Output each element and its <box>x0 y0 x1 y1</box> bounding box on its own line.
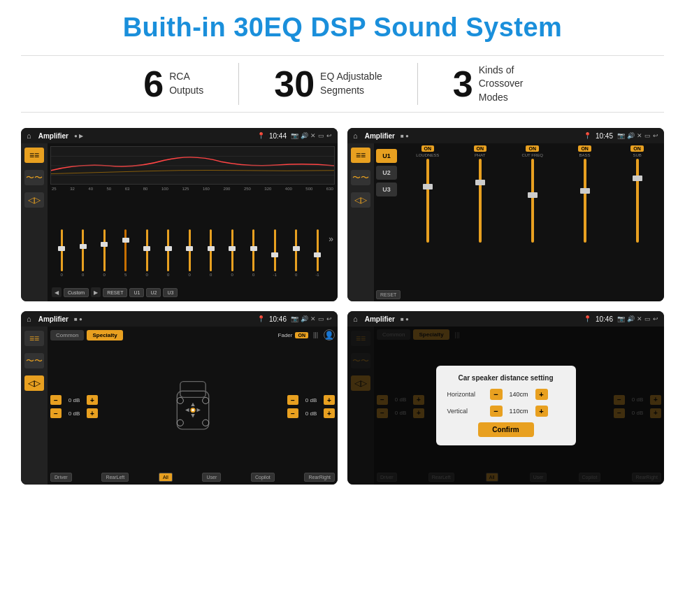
zone-driver-btn[interactable]: Driver <box>50 473 72 482</box>
db-plus-4[interactable]: + <box>324 408 335 418</box>
eq-slider-4[interactable]: 5 <box>115 229 135 285</box>
horizontal-plus-btn[interactable]: + <box>535 389 548 400</box>
db-row-2: − 0 dB + <box>50 408 98 418</box>
crossover-panel-icon-3[interactable]: ◁▷ <box>351 192 370 208</box>
eq-slider-13[interactable]: -1 <box>308 229 327 285</box>
eq-panel-icon-1[interactable]: ≡≡ <box>24 148 44 163</box>
eq-slider-3[interactable]: 0 <box>94 229 114 285</box>
svg-marker-12 <box>191 414 194 417</box>
eq-slider-9[interactable]: 0 <box>222 229 242 285</box>
eq-time: 10:44 <box>269 132 287 140</box>
eq-reset-btn[interactable]: RESET <box>103 288 127 297</box>
bass-label: BASS <box>579 153 591 157</box>
eq-custom-btn[interactable]: Custom <box>64 288 89 297</box>
vertical-label: Vertical <box>447 408 486 415</box>
db-plus-3[interactable]: + <box>324 395 335 405</box>
crossover-home-icon[interactable]: ⌂ <box>353 131 358 140</box>
vertical-minus-btn[interactable]: − <box>490 406 503 417</box>
eq-u2-btn[interactable]: U2 <box>146 288 161 297</box>
db-minus-3[interactable]: − <box>287 395 298 405</box>
common-tab[interactable]: Common <box>50 330 84 341</box>
cutfreq-slider[interactable] <box>531 159 534 243</box>
fader-home-icon[interactable]: ⌂ <box>27 315 31 323</box>
eq-freq-labels: 2532405063 80100125160200 25032040050063… <box>50 187 335 191</box>
dialog-status-icons: 📷 🔊 ✕ ▭ ↩ <box>617 315 658 322</box>
u2-select-btn[interactable]: U2 <box>376 166 397 180</box>
crossover-reset-btn[interactable]: RESET <box>376 290 401 299</box>
fader-location-icon: 📍 <box>257 315 265 322</box>
confirm-button[interactable]: Confirm <box>478 422 534 437</box>
eq-slider-10[interactable]: 0 <box>243 229 263 285</box>
fader-dots: ■ ● <box>74 316 82 322</box>
crossover-volume-icon: 🔊 <box>627 132 635 139</box>
db-minus-4[interactable]: − <box>287 408 298 418</box>
crossover-panel-icon-2[interactable]: 〜〜 <box>351 170 370 185</box>
fader-panel-icon-3[interactable]: ◁▷ <box>24 375 44 391</box>
crossover-status-bar: ⌂ Amplifier ■ ● 📍 10:45 📷 🔊 ✕ ▭ ↩ <box>347 128 664 143</box>
fader-main-area: Common Specialty Fader ON ||| 👤 − 0 dB <box>48 327 338 485</box>
battery-icon: ▭ <box>318 132 324 139</box>
eq-panel-icon-2[interactable]: 〜〜 <box>24 170 44 185</box>
eq-status-icons: 📷 🔊 ✕ ▭ ↩ <box>291 132 332 139</box>
loudness-on-badge: ON <box>421 145 435 152</box>
cv-loudness: ON LOUDNESS <box>403 145 452 299</box>
dialog-status-bar: ⌂ Amplifier ■ ● 📍 10:46 📷 🔊 ✕ ▭ ↩ <box>347 311 664 327</box>
phat-slider[interactable] <box>479 159 482 243</box>
bass-on-badge: ON <box>578 145 591 152</box>
db-plus-1[interactable]: + <box>87 395 98 405</box>
eq-slider-6[interactable]: 0 <box>158 229 178 285</box>
db-minus-2[interactable]: − <box>50 408 62 418</box>
stat-crossover: 3 Kinds of Crossover Modes <box>418 64 577 105</box>
dialog-title: Car speaker distance setting <box>447 374 565 382</box>
eq-u1-btn[interactable]: U1 <box>129 288 144 297</box>
eq-slider-11[interactable]: -1 <box>265 229 284 285</box>
eq-slider-2[interactable]: 0 <box>73 229 92 285</box>
stat-desc-rca: RCA Outputs <box>169 70 203 97</box>
db-row-4: − 0 dB + <box>287 408 335 418</box>
horizontal-minus-btn[interactable]: − <box>490 389 503 400</box>
vertical-plus-btn[interactable]: + <box>535 406 548 417</box>
stat-number-crossover: 3 <box>453 66 473 102</box>
zone-copilot-btn[interactable]: Copilot <box>251 473 275 482</box>
crossover-panel-icon-1[interactable]: ≡≡ <box>351 148 370 163</box>
eq-next-btn[interactable]: ▶ <box>91 287 101 297</box>
eq-slider-12[interactable]: 0 <box>286 229 305 285</box>
u1-select-btn[interactable]: U1 <box>376 149 397 163</box>
sub-slider[interactable] <box>636 159 639 243</box>
crossover-battery-icon: ▭ <box>644 132 651 139</box>
home-icon[interactable]: ⌂ <box>27 131 31 140</box>
fader-battery-icon: ▭ <box>318 315 324 322</box>
specialty-tab[interactable]: Specialty <box>87 330 122 341</box>
u3-select-btn[interactable]: U3 <box>376 182 397 196</box>
db-controls-left: − 0 dB + − 0 dB + <box>50 395 98 418</box>
eq-slider-8[interactable]: 0 <box>201 229 220 285</box>
cv-bass: ON BASS <box>560 145 610 299</box>
eq-prev-btn[interactable]: ◀ <box>52 287 62 297</box>
horizontal-value: 140cm <box>507 391 531 398</box>
eq-app-name: Amplifier <box>38 132 68 140</box>
zone-rearleft-btn[interactable]: RearLeft <box>101 473 129 482</box>
cv-phat: ON PHAT <box>455 145 505 299</box>
zone-rearright-btn[interactable]: RearRight <box>304 473 335 482</box>
eq-slider-7[interactable]: 0 <box>180 229 199 285</box>
loudness-slider[interactable] <box>426 159 429 243</box>
eq-slider-1[interactable]: 0 <box>52 229 71 285</box>
location-icon: 📍 <box>257 132 265 139</box>
eq-slider-5[interactable]: 0 <box>137 229 157 285</box>
fader-app-name: Amplifier <box>38 315 68 323</box>
db-minus-1[interactable]: − <box>50 395 62 405</box>
sub-on-badge: ON <box>630 145 644 152</box>
db-plus-2[interactable]: + <box>87 408 98 418</box>
zone-user-btn[interactable]: User <box>202 473 221 482</box>
eq-panel-icon-3[interactable]: ◁▷ <box>24 192 44 208</box>
fader-screen-card: ⌂ Amplifier ■ ● 📍 10:46 📷 🔊 ✕ ▭ ↩ ≡≡ 〜〜 <box>21 311 338 485</box>
fader-volume-icon: 🔊 <box>301 315 308 322</box>
loudness-label: LOUDNESS <box>416 153 439 157</box>
dialog-home-icon[interactable]: ⌂ <box>353 315 358 323</box>
zone-all-btn[interactable]: All <box>159 473 173 482</box>
fader-panel-icon-2[interactable]: 〜〜 <box>24 353 44 368</box>
bass-slider[interactable] <box>584 159 586 243</box>
dialog-back-icon: ↩ <box>653 315 658 322</box>
fader-panel-icon-1[interactable]: ≡≡ <box>24 331 44 346</box>
eq-u3-btn[interactable]: U3 <box>163 288 178 297</box>
